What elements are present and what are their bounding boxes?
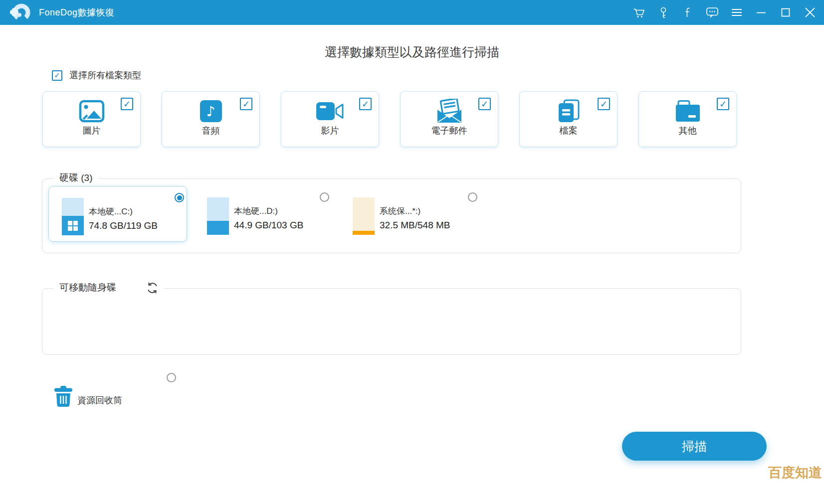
drive-name: 本地硬...D:) [234,205,303,218]
check-icon: ✓ [54,71,60,80]
select-all-row: ✓ 選擇所有檔案類型 [52,69,141,81]
chat-icon[interactable] [705,5,719,19]
check-icon: ✓ [600,99,608,110]
drive-d[interactable]: 本地硬...D:) 44.9 GB/103 GB [194,186,333,242]
cart-icon[interactable] [632,5,646,19]
recycle-bin-label: 資源回收筒 [77,394,122,406]
drive-name: 系统保...*:) [380,205,450,218]
drive-capacity: 74.8 GB/119 GB [89,218,158,233]
audio-checkbox[interactable]: ✓ [240,98,252,110]
drive-icon [62,198,84,235]
email-checkbox[interactable]: ✓ [478,98,491,110]
card-label: 圖片 [43,125,140,137]
menu-icon[interactable] [730,5,744,19]
titlebar-buttons [632,0,817,25]
drive-c[interactable]: 本地硬...C:) 74.8 GB/119 GB [48,186,187,242]
key-icon[interactable] [656,5,670,19]
hard-disks-legend: 硬碟 (3) [59,171,93,184]
titlebar: FoneDog數據恢復 [0,0,824,25]
card-images[interactable]: ✓ 圖片 [42,91,141,147]
fonedog-logo-icon [9,1,31,23]
facebook-icon[interactable] [681,5,695,19]
refresh-icon[interactable] [146,282,159,294]
app-title: FoneDog數據恢復 [39,0,115,25]
card-audio[interactable]: ✓ ♪ 音頻 [162,91,260,147]
app-window: FoneDog數據恢復 [0,0,824,504]
drive-d-radio[interactable] [320,192,329,202]
drive-c-radio[interactable] [175,193,184,202]
music-note-icon: ♪ [206,103,215,120]
drive-system-radio[interactable] [468,192,477,202]
card-label: 影片 [281,125,379,137]
check-icon: ✓ [242,99,250,110]
check-icon: ✓ [362,99,369,110]
drive-name: 本地硬...C:) [89,205,158,218]
documents-checkbox[interactable]: ✓ [598,98,610,110]
drive-capacity: 32.5 MB/548 MB [380,218,450,233]
recycle-bin-radio[interactable] [167,373,176,382]
drive-icon [207,197,229,235]
removable-legend: 可移動隨身碟 [59,281,116,294]
card-other[interactable]: ✓ 其他 [638,91,737,147]
card-documents[interactable]: ✓ 檔案 [519,91,618,147]
check-icon: ✓ [123,99,131,110]
video-checkbox[interactable]: ✓ [359,98,372,110]
card-label: 其他 [639,125,736,137]
check-icon: ✓ [481,99,488,110]
select-all-checkbox[interactable]: ✓ [52,70,62,81]
drive-system[interactable]: 系统保...*:) 32.5 MB/548 MB [340,186,478,242]
maximize-icon[interactable] [779,5,793,19]
select-all-label: 選擇所有檔案類型 [69,69,141,81]
removable-drives-section: 可移動隨身碟 [42,288,741,355]
hard-disks-section: 硬碟 (3) 本地硬...C:) 74.8 GB/119 GB 本地硬...D:… [42,178,741,253]
scan-button[interactable]: 掃描 [622,432,767,461]
file-type-cards: ✓ 圖片 ✓ ♪ 音頻 ✓ [42,91,739,147]
card-label: 音頻 [162,125,259,137]
card-email[interactable]: ✓ 電子郵件 [400,91,498,147]
minimize-icon[interactable] [754,5,768,19]
drive-icon [353,197,375,235]
recycle-bin-icon[interactable] [54,386,73,409]
card-video[interactable]: ✓ 影片 [281,91,379,147]
card-label: 電子郵件 [401,125,498,137]
images-checkbox[interactable]: ✓ [121,98,133,110]
other-checkbox[interactable]: ✓ [717,98,729,110]
card-label: 檔案 [520,125,617,137]
check-icon: ✓ [719,99,727,110]
close-icon[interactable] [803,5,817,19]
watermark: 百度知道 [768,464,822,482]
drive-capacity: 44.9 GB/103 GB [234,218,303,233]
page-title: 選擇數據類型以及路徑進行掃描 [0,44,824,60]
windows-logo-icon [68,221,78,231]
